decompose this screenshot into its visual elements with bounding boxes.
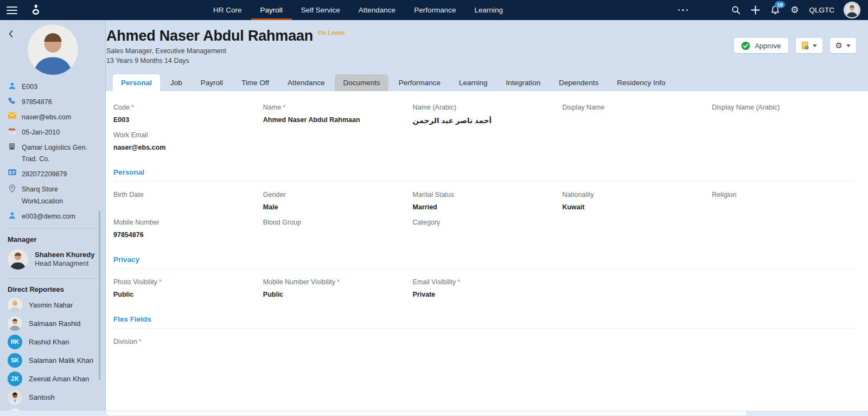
chevron-down-icon bbox=[846, 44, 851, 47]
calendar-icon bbox=[8, 127, 16, 135]
field-value bbox=[413, 231, 555, 240]
required-marker: * bbox=[131, 104, 134, 111]
search-icon[interactable] bbox=[731, 5, 741, 15]
manager-item[interactable]: Shaheen Khuredy Head Managment bbox=[0, 248, 105, 273]
app-logo-icon[interactable] bbox=[30, 0, 41, 20]
field-value: E003 bbox=[113, 116, 256, 125]
divider bbox=[113, 268, 854, 269]
nav-item-payroll[interactable]: Payroll bbox=[251, 0, 292, 20]
manager-name: Shaheen Khuredy bbox=[35, 251, 95, 259]
tab-integration[interactable]: Integration bbox=[498, 74, 549, 91]
header-actions: Approve ⚙ bbox=[734, 38, 856, 53]
mail-icon bbox=[8, 112, 16, 119]
tab-performance[interactable]: Performance bbox=[391, 74, 449, 91]
tab-residency-info[interactable]: Residency Info bbox=[609, 74, 673, 91]
field-value: Male bbox=[263, 203, 405, 212]
field-value: 97854876 bbox=[113, 231, 256, 240]
page-body: E003 97854876 naser@ebs.com 05-Jan-2010 … bbox=[0, 20, 868, 416]
field-email-visibility: Email Visibility* Private bbox=[413, 278, 555, 299]
horizontal-scrollbar[interactable] bbox=[0, 411, 868, 416]
tab-time-off[interactable]: Time Off bbox=[233, 74, 277, 91]
field-label: Display Name (Arabic) bbox=[712, 104, 780, 111]
sidebar-scrollbar[interactable] bbox=[99, 211, 100, 380]
reportee-initials-avatar: ZK bbox=[8, 372, 22, 386]
reportee-initials-avatar: SK bbox=[8, 353, 22, 368]
basic-fields-grid: Code* E003 Name* Ahmed Naser Abdul Rahma… bbox=[113, 104, 854, 159]
user-avatar[interactable] bbox=[845, 3, 859, 17]
reportee-item[interactable]: Salmaan Rashid bbox=[8, 316, 98, 331]
reportee-item[interactable]: SK Salaman Malik Khan bbox=[8, 353, 98, 368]
detail-phone: 97854876 bbox=[8, 97, 100, 108]
nav-item-self-service[interactable]: Self Service bbox=[292, 0, 349, 20]
nav-item-performance[interactable]: Performance bbox=[405, 0, 465, 20]
notification-count-badge: 18 bbox=[775, 1, 786, 8]
horizontal-scrollbar-thumb[interactable] bbox=[106, 411, 746, 415]
detail-login-email: e003@demo.com bbox=[8, 211, 100, 223]
org-code-label[interactable]: QLGTC bbox=[809, 6, 834, 14]
tab-attendance[interactable]: Attendance bbox=[279, 74, 333, 91]
nav-item-hr-core[interactable]: HR Core bbox=[204, 0, 251, 20]
field-label: Mobile Number bbox=[113, 219, 159, 226]
reportee-avatar bbox=[8, 298, 22, 312]
employee-header: Ahmed Naser Abdul Rahmaan On Leave Sales… bbox=[106, 20, 868, 91]
field-label: Name (Arabic) bbox=[413, 104, 457, 111]
menu-icon[interactable] bbox=[7, 0, 17, 20]
add-icon[interactable] bbox=[751, 5, 760, 15]
field-mobile-number-visibility: Mobile Number Visibility* Public bbox=[263, 278, 405, 299]
reportee-item[interactable]: ZK Zeenat Aman Khan bbox=[8, 372, 98, 386]
required-marker: * bbox=[337, 278, 340, 286]
reportee-item[interactable]: Santosh bbox=[8, 390, 98, 405]
tab-learning[interactable]: Learning bbox=[451, 74, 496, 91]
building-icon bbox=[8, 143, 16, 150]
detail-work-location: Sharq Store WorkLocation bbox=[8, 184, 100, 208]
settings-dropdown-button[interactable]: ⚙ bbox=[830, 38, 856, 53]
field-label: Name bbox=[263, 104, 281, 111]
field-blood-group: Blood Group bbox=[263, 219, 405, 240]
field-label: Gender bbox=[263, 191, 286, 199]
tab-documents[interactable]: Documents bbox=[335, 74, 388, 91]
reportee-name: Rashid Khan bbox=[29, 338, 69, 346]
detail-text: E003 bbox=[22, 81, 37, 93]
reportee-avatar bbox=[8, 316, 22, 331]
detail-employee-code: E003 bbox=[8, 81, 100, 93]
field-label: Mobile Number Visibility bbox=[263, 278, 335, 286]
privacy-fields-grid: Photo Visibility* Public Mobile Number V… bbox=[113, 278, 854, 306]
detail-text: 05-Jan-2010 bbox=[22, 127, 60, 139]
employee-tenure: 13 Years 9 Months 14 Days bbox=[106, 57, 868, 65]
back-button[interactable] bbox=[4, 28, 16, 40]
employee-name: Ahmed Naser Abdul Rahmaan bbox=[106, 28, 313, 44]
tab-job[interactable]: Job bbox=[162, 74, 190, 91]
reportee-avatar bbox=[8, 390, 22, 405]
id-card-icon bbox=[8, 169, 16, 175]
status-badge: On Leave bbox=[318, 29, 345, 36]
settings-gear-icon[interactable]: ⚙ bbox=[790, 5, 799, 15]
more-icon[interactable] bbox=[675, 0, 692, 20]
field-value: Married bbox=[413, 203, 555, 212]
divider bbox=[8, 278, 98, 279]
tab-personal[interactable]: Personal bbox=[113, 74, 160, 91]
profile-tabs: Personal Job Payroll Time Off Attendance… bbox=[113, 74, 673, 91]
employee-sidebar: E003 97854876 naser@ebs.com 05-Jan-2010 … bbox=[0, 20, 106, 416]
tab-payroll[interactable]: Payroll bbox=[193, 74, 231, 91]
field-work-email: Work Email naser@ebs.com bbox=[113, 131, 256, 152]
required-marker: * bbox=[457, 278, 460, 286]
field-division: Division* bbox=[113, 338, 256, 359]
field-value bbox=[113, 350, 256, 359]
reportee-item[interactable]: Yasmin Nahar bbox=[8, 298, 98, 312]
detail-text: e003@demo.com bbox=[22, 211, 75, 223]
letters-dropdown-button[interactable] bbox=[796, 38, 822, 53]
nav-item-attendance[interactable]: Attendance bbox=[349, 0, 405, 20]
approve-button[interactable]: Approve bbox=[734, 38, 788, 53]
tab-dependents[interactable]: Dependents bbox=[551, 74, 607, 91]
reportee-name: Zeenat Aman Khan bbox=[29, 375, 89, 383]
reportee-item[interactable]: RK Rashid Khan bbox=[8, 335, 98, 349]
main-nav: HR Core Payroll Self Service Attendance … bbox=[204, 0, 512, 20]
flex-fields-grid: Division* bbox=[113, 338, 854, 366]
employee-photo[interactable] bbox=[28, 24, 78, 75]
detail-civil-id: 282072209879 bbox=[8, 169, 100, 181]
divider bbox=[113, 328, 854, 329]
section-heading-flex-fields: Flex Fields bbox=[113, 315, 854, 323]
nav-item-learning[interactable]: Learning bbox=[465, 0, 512, 20]
field-label: Division bbox=[113, 338, 137, 345]
notifications-bell-icon[interactable]: 18 bbox=[770, 5, 780, 15]
